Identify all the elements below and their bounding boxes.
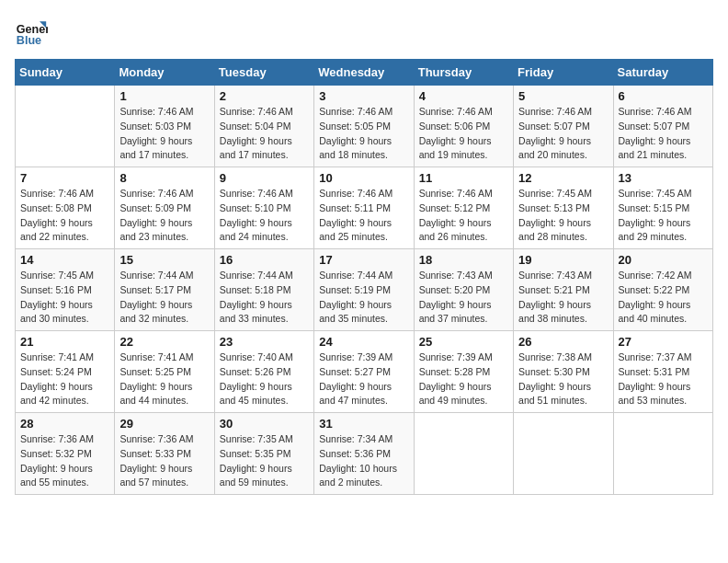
day-number: 16 [220,253,309,267]
calendar-cell: 8Sunrise: 7:46 AMSunset: 5:09 PMDaylight… [115,167,214,249]
calendar-cell [514,413,613,495]
day-number: 5 [518,89,608,103]
day-info: Sunrise: 7:35 AMSunset: 5:35 PMDaylight:… [220,432,309,490]
calendar-cell: 12Sunrise: 7:45 AMSunset: 5:13 PMDayligh… [514,167,613,249]
calendar-cell: 7Sunrise: 7:46 AMSunset: 5:08 PMDaylight… [16,167,115,249]
day-number: 29 [119,417,209,431]
calendar-cell: 2Sunrise: 7:46 AMSunset: 5:04 PMDaylight… [214,86,313,167]
day-number: 10 [319,171,408,185]
calendar-cell: 17Sunrise: 7:44 AMSunset: 5:19 PMDayligh… [314,249,414,331]
day-info: Sunrise: 7:36 AMSunset: 5:32 PMDaylight:… [20,432,109,490]
calendar-cell [613,413,712,495]
day-number: 20 [619,253,708,267]
logo-icon: General Blue [15,15,48,48]
day-info: Sunrise: 7:46 AMSunset: 5:05 PMDaylight:… [319,105,408,163]
calendar-cell: 6Sunrise: 7:46 AMSunset: 5:07 PMDaylight… [613,86,712,167]
day-info: Sunrise: 7:46 AMSunset: 5:08 PMDaylight:… [20,187,109,245]
calendar-cell: 29Sunrise: 7:36 AMSunset: 5:33 PMDayligh… [115,413,214,495]
day-number: 27 [619,335,708,349]
calendar-cell: 20Sunrise: 7:42 AMSunset: 5:22 PMDayligh… [613,249,712,331]
svg-text:Blue: Blue [17,34,41,47]
weekday-header-wednesday: Wednesday [314,60,414,86]
day-number: 14 [20,253,109,267]
day-number: 3 [319,89,408,103]
day-info: Sunrise: 7:41 AMSunset: 5:24 PMDaylight:… [20,350,109,408]
day-number: 2 [220,89,309,103]
day-number: 7 [20,171,109,185]
day-number: 28 [20,417,109,431]
day-number: 9 [220,171,309,185]
day-info: Sunrise: 7:40 AMSunset: 5:26 PMDaylight:… [220,350,309,408]
weekday-header-friday: Friday [514,60,613,86]
day-info: Sunrise: 7:43 AMSunset: 5:21 PMDaylight:… [518,269,608,327]
day-number: 26 [518,335,608,349]
weekday-header-tuesday: Tuesday [214,60,313,86]
day-info: Sunrise: 7:39 AMSunset: 5:28 PMDaylight:… [419,350,508,408]
weekday-header-sunday: Sunday [16,60,115,86]
calendar-week-row: 7Sunrise: 7:46 AMSunset: 5:08 PMDaylight… [16,167,713,249]
day-number: 18 [419,253,508,267]
day-number: 21 [20,335,109,349]
calendar-cell [414,413,513,495]
weekday-header-monday: Monday [115,60,214,86]
day-info: Sunrise: 7:46 AMSunset: 5:12 PMDaylight:… [419,187,508,245]
day-number: 17 [319,253,408,267]
calendar-week-row: 28Sunrise: 7:36 AMSunset: 5:32 PMDayligh… [16,413,713,495]
day-info: Sunrise: 7:46 AMSunset: 5:04 PMDaylight:… [220,105,309,163]
day-number: 6 [619,89,708,103]
calendar-cell: 18Sunrise: 7:43 AMSunset: 5:20 PMDayligh… [414,249,513,331]
calendar-cell: 4Sunrise: 7:46 AMSunset: 5:06 PMDaylight… [414,86,513,167]
day-number: 8 [119,171,209,185]
day-info: Sunrise: 7:41 AMSunset: 5:25 PMDaylight:… [119,350,209,408]
calendar-cell: 1Sunrise: 7:46 AMSunset: 5:03 PMDaylight… [115,86,214,167]
day-number: 24 [319,335,408,349]
calendar-cell: 27Sunrise: 7:37 AMSunset: 5:31 PMDayligh… [613,331,712,413]
calendar-cell: 30Sunrise: 7:35 AMSunset: 5:35 PMDayligh… [214,413,313,495]
day-number: 31 [319,417,408,431]
calendar-cell: 13Sunrise: 7:45 AMSunset: 5:15 PMDayligh… [613,167,712,249]
calendar-cell: 9Sunrise: 7:46 AMSunset: 5:10 PMDaylight… [214,167,313,249]
calendar-week-row: 1Sunrise: 7:46 AMSunset: 5:03 PMDaylight… [16,86,713,167]
calendar-cell [16,86,115,167]
day-info: Sunrise: 7:39 AMSunset: 5:27 PMDaylight:… [319,350,408,408]
calendar-cell: 31Sunrise: 7:34 AMSunset: 5:36 PMDayligh… [314,413,414,495]
calendar-cell: 28Sunrise: 7:36 AMSunset: 5:32 PMDayligh… [16,413,115,495]
calendar-cell: 23Sunrise: 7:40 AMSunset: 5:26 PMDayligh… [214,331,313,413]
day-number: 4 [419,89,508,103]
day-number: 22 [119,335,209,349]
calendar-cell: 24Sunrise: 7:39 AMSunset: 5:27 PMDayligh… [314,331,414,413]
weekday-header-thursday: Thursday [414,60,513,86]
day-number: 1 [119,89,209,103]
day-info: Sunrise: 7:46 AMSunset: 5:07 PMDaylight:… [518,105,608,163]
day-info: Sunrise: 7:46 AMSunset: 5:03 PMDaylight:… [119,105,209,163]
calendar-cell: 21Sunrise: 7:41 AMSunset: 5:24 PMDayligh… [16,331,115,413]
calendar-cell: 19Sunrise: 7:43 AMSunset: 5:21 PMDayligh… [514,249,613,331]
day-info: Sunrise: 7:38 AMSunset: 5:30 PMDaylight:… [518,350,608,408]
day-info: Sunrise: 7:45 AMSunset: 5:15 PMDaylight:… [619,187,708,245]
day-info: Sunrise: 7:42 AMSunset: 5:22 PMDaylight:… [619,269,708,327]
day-info: Sunrise: 7:34 AMSunset: 5:36 PMDaylight:… [319,432,408,490]
calendar-table: SundayMondayTuesdayWednesdayThursdayFrid… [15,59,713,495]
day-info: Sunrise: 7:36 AMSunset: 5:33 PMDaylight:… [119,432,209,490]
day-number: 12 [518,171,608,185]
day-number: 13 [619,171,708,185]
day-info: Sunrise: 7:46 AMSunset: 5:11 PMDaylight:… [319,187,408,245]
day-info: Sunrise: 7:43 AMSunset: 5:20 PMDaylight:… [419,269,508,327]
day-info: Sunrise: 7:45 AMSunset: 5:13 PMDaylight:… [518,187,608,245]
day-info: Sunrise: 7:46 AMSunset: 5:07 PMDaylight:… [619,105,708,163]
calendar-cell: 14Sunrise: 7:45 AMSunset: 5:16 PMDayligh… [16,249,115,331]
calendar-cell: 11Sunrise: 7:46 AMSunset: 5:12 PMDayligh… [414,167,513,249]
calendar-cell: 22Sunrise: 7:41 AMSunset: 5:25 PMDayligh… [115,331,214,413]
day-number: 19 [518,253,608,267]
weekday-header-saturday: Saturday [613,60,712,86]
calendar-week-row: 14Sunrise: 7:45 AMSunset: 5:16 PMDayligh… [16,249,713,331]
calendar-cell: 26Sunrise: 7:38 AMSunset: 5:30 PMDayligh… [514,331,613,413]
day-info: Sunrise: 7:45 AMSunset: 5:16 PMDaylight:… [20,269,109,327]
day-number: 11 [419,171,508,185]
day-info: Sunrise: 7:46 AMSunset: 5:06 PMDaylight:… [419,105,508,163]
calendar-week-row: 21Sunrise: 7:41 AMSunset: 5:24 PMDayligh… [16,331,713,413]
day-info: Sunrise: 7:44 AMSunset: 5:18 PMDaylight:… [220,269,309,327]
day-info: Sunrise: 7:37 AMSunset: 5:31 PMDaylight:… [619,350,708,408]
calendar-cell: 3Sunrise: 7:46 AMSunset: 5:05 PMDaylight… [314,86,414,167]
day-info: Sunrise: 7:46 AMSunset: 5:09 PMDaylight:… [119,187,209,245]
